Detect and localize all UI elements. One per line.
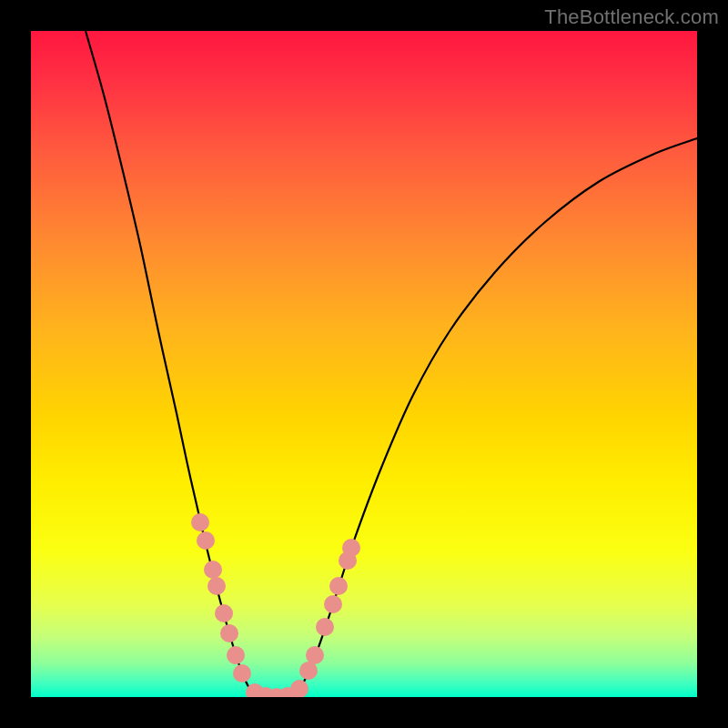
marker-dot	[227, 646, 245, 664]
marker-dot	[207, 577, 226, 595]
marker-dot	[329, 577, 348, 595]
marker-dot	[197, 531, 215, 550]
marker-dot	[316, 618, 334, 636]
markers-group	[191, 513, 360, 697]
bottleneck-curve	[86, 31, 697, 697]
marker-dot	[233, 664, 251, 682]
marker-dot	[220, 624, 238, 642]
marker-dot	[306, 646, 324, 664]
marker-dot	[215, 604, 233, 622]
marker-dot	[191, 513, 209, 531]
chart-frame: TheBottleneck.com	[0, 0, 728, 728]
plot-area	[31, 31, 697, 697]
curve-group	[86, 31, 697, 697]
marker-dot	[324, 595, 342, 613]
marker-dot	[204, 561, 222, 579]
watermark-text: TheBottleneck.com	[544, 5, 719, 29]
marker-dot	[290, 680, 308, 697]
marker-dot	[342, 539, 360, 557]
chart-svg	[31, 31, 697, 697]
